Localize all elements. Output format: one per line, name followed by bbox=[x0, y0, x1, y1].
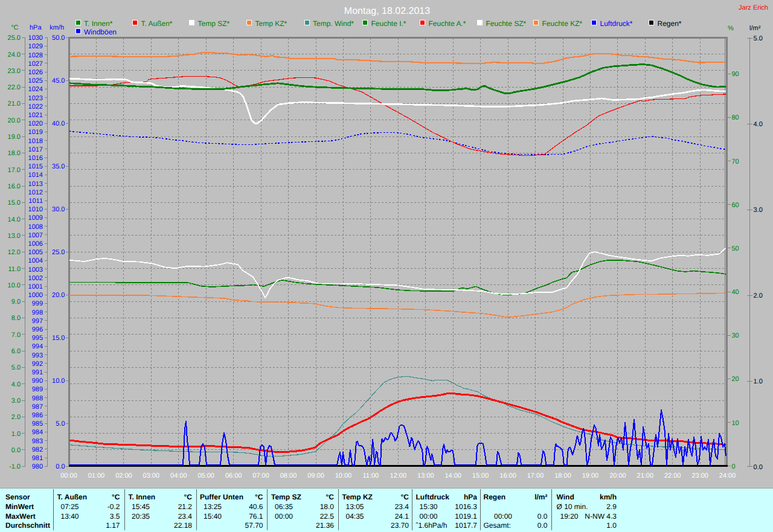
svg-text:8.0: 8.0 bbox=[11, 315, 21, 322]
svg-text:Wind: Wind bbox=[557, 493, 574, 501]
svg-text:60: 60 bbox=[732, 202, 739, 209]
svg-text:23.0: 23.0 bbox=[8, 68, 21, 75]
svg-text:23.70: 23.70 bbox=[391, 521, 409, 530]
svg-text:l/m²: l/m² bbox=[749, 25, 761, 32]
svg-text:Gesamt:: Gesamt: bbox=[484, 521, 511, 530]
svg-text:15:30: 15:30 bbox=[420, 502, 438, 511]
svg-text:994: 994 bbox=[32, 343, 43, 350]
svg-text:5.0: 5.0 bbox=[56, 420, 65, 428]
svg-text:11.0: 11.0 bbox=[8, 266, 21, 273]
svg-text:20.0: 20.0 bbox=[52, 292, 65, 299]
svg-text:1.17: 1.17 bbox=[106, 521, 120, 530]
svg-text:980: 980 bbox=[32, 463, 43, 470]
svg-text:15:45: 15:45 bbox=[132, 502, 150, 511]
svg-text:13:25: 13:25 bbox=[204, 502, 222, 511]
svg-text:°C: °C bbox=[112, 493, 120, 501]
svg-text:1012: 1012 bbox=[28, 189, 43, 196]
svg-text:00:00: 00:00 bbox=[494, 512, 512, 521]
svg-text:20:00: 20:00 bbox=[609, 472, 626, 479]
svg-text:20:35: 20:35 bbox=[132, 512, 150, 521]
svg-text:50.0: 50.0 bbox=[52, 34, 65, 42]
svg-text:15.0: 15.0 bbox=[8, 199, 21, 207]
svg-text:45.0: 45.0 bbox=[52, 77, 65, 85]
svg-text:0.0: 0.0 bbox=[537, 521, 548, 530]
svg-text:01:00: 01:00 bbox=[88, 472, 105, 479]
svg-text:0: 0 bbox=[732, 463, 736, 470]
svg-text:-1.0: -1.0 bbox=[9, 463, 21, 470]
svg-text:0.0: 0.0 bbox=[56, 463, 65, 470]
svg-text:19.0: 19.0 bbox=[8, 133, 21, 141]
svg-text:40.6: 40.6 bbox=[249, 502, 263, 511]
svg-text:57.70: 57.70 bbox=[245, 521, 263, 530]
svg-text:1028: 1028 bbox=[28, 52, 43, 59]
svg-text:14:00: 14:00 bbox=[444, 472, 461, 479]
svg-text:1011: 1011 bbox=[28, 197, 43, 205]
svg-text:Temp KZ: Temp KZ bbox=[342, 493, 373, 501]
svg-text:1001: 1001 bbox=[28, 283, 43, 290]
svg-text:18:00: 18:00 bbox=[554, 472, 571, 479]
svg-text:MaxWert: MaxWert bbox=[5, 512, 36, 521]
svg-text:986: 986 bbox=[32, 412, 43, 419]
svg-text:T. Innen*: T. Innen* bbox=[84, 19, 113, 28]
svg-text:1016.3: 1016.3 bbox=[455, 502, 477, 511]
svg-text:17.0: 17.0 bbox=[8, 167, 21, 174]
svg-text:1003: 1003 bbox=[28, 266, 43, 274]
svg-text:1029: 1029 bbox=[28, 43, 43, 50]
svg-text:15:40: 15:40 bbox=[204, 512, 222, 521]
svg-text:Ø 10 min.: Ø 10 min. bbox=[557, 502, 588, 511]
svg-text:17:00: 17:00 bbox=[527, 472, 544, 479]
svg-text:988: 988 bbox=[32, 395, 43, 402]
svg-text:11:00: 11:00 bbox=[363, 472, 379, 479]
svg-text:20.0: 20.0 bbox=[8, 117, 21, 124]
svg-text:10: 10 bbox=[732, 420, 739, 427]
svg-text:1.0: 1.0 bbox=[11, 431, 21, 438]
svg-text:Luftdruck*: Luftdruck* bbox=[600, 19, 633, 28]
svg-text:984: 984 bbox=[32, 429, 43, 436]
svg-text:°C: °C bbox=[11, 24, 18, 31]
svg-text:19:00: 19:00 bbox=[582, 472, 599, 479]
svg-text:Feuchte A.*: Feuchte A.* bbox=[429, 19, 466, 28]
svg-text:21.0: 21.0 bbox=[8, 100, 21, 107]
svg-text:1021: 1021 bbox=[28, 112, 43, 119]
svg-text:985: 985 bbox=[32, 420, 43, 428]
svg-text:km/h: km/h bbox=[50, 24, 64, 31]
svg-text:989: 989 bbox=[32, 386, 43, 393]
svg-text:24.0: 24.0 bbox=[8, 51, 21, 59]
svg-text:Temp. Wind*: Temp. Wind* bbox=[313, 19, 354, 28]
svg-text:1014: 1014 bbox=[28, 171, 43, 179]
svg-text:22.0: 22.0 bbox=[8, 84, 21, 91]
svg-text:13:40: 13:40 bbox=[61, 512, 79, 521]
svg-text:997: 997 bbox=[32, 318, 43, 325]
svg-text:Feuchte KZ*: Feuchte KZ* bbox=[542, 19, 583, 28]
svg-text:1017: 1017 bbox=[28, 146, 43, 153]
svg-text:3.0: 3.0 bbox=[754, 207, 763, 214]
svg-text:Regen*: Regen* bbox=[658, 19, 682, 28]
svg-text:1025: 1025 bbox=[28, 77, 43, 85]
svg-text:1006: 1006 bbox=[28, 240, 43, 248]
svg-text:70: 70 bbox=[732, 158, 739, 165]
svg-text:6.0: 6.0 bbox=[11, 348, 21, 355]
svg-text:00:00: 00:00 bbox=[275, 512, 293, 521]
svg-text:Windböen: Windböen bbox=[84, 28, 117, 36]
svg-text:990: 990 bbox=[32, 377, 43, 385]
svg-text:30.0: 30.0 bbox=[52, 206, 65, 213]
svg-text:Temp KZ*: Temp KZ* bbox=[255, 19, 287, 28]
svg-text:4.0: 4.0 bbox=[11, 381, 21, 388]
svg-text:1005: 1005 bbox=[28, 249, 43, 256]
svg-text:2.9: 2.9 bbox=[606, 502, 617, 511]
svg-text:35.0: 35.0 bbox=[52, 163, 65, 170]
svg-text:°C: °C bbox=[326, 493, 335, 501]
svg-text:1016: 1016 bbox=[28, 155, 43, 162]
svg-text:1002: 1002 bbox=[28, 275, 43, 282]
svg-text:Temp SZ*: Temp SZ* bbox=[198, 19, 230, 28]
svg-text:09:00: 09:00 bbox=[307, 472, 324, 479]
svg-text:80: 80 bbox=[732, 114, 739, 121]
svg-text:1008: 1008 bbox=[28, 223, 43, 231]
svg-text:1013: 1013 bbox=[28, 181, 43, 188]
svg-text:10.0: 10.0 bbox=[52, 377, 65, 385]
svg-text:25.0: 25.0 bbox=[52, 249, 65, 256]
svg-text:T. Innen: T. Innen bbox=[129, 493, 156, 501]
svg-text:16.0: 16.0 bbox=[8, 183, 21, 190]
svg-text:76.1: 76.1 bbox=[249, 512, 263, 521]
svg-text:1.0: 1.0 bbox=[754, 378, 763, 385]
